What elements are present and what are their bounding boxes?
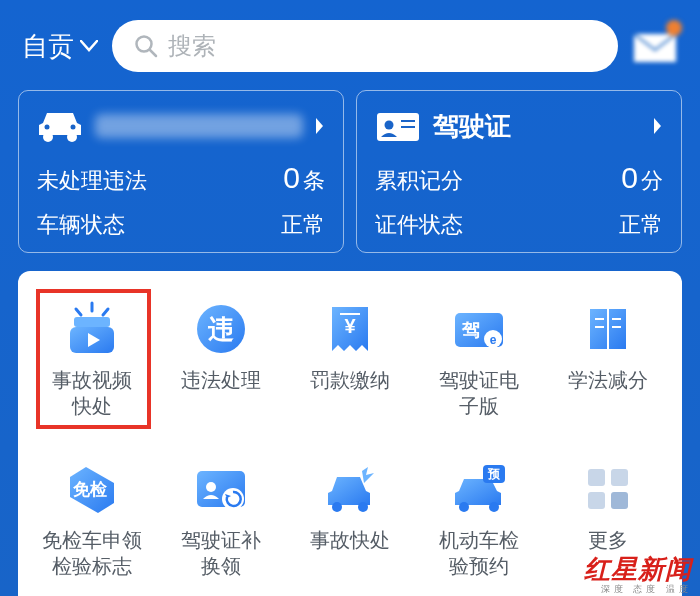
search-icon bbox=[134, 34, 158, 58]
service-inspection-appt[interactable]: 预机动车检验预约 bbox=[414, 455, 543, 585]
search-input[interactable]: 搜索 bbox=[112, 20, 618, 72]
service-violation-handle[interactable]: 违违法处理 bbox=[157, 295, 286, 425]
svg-point-34 bbox=[459, 502, 469, 512]
service-label: 更多 bbox=[588, 527, 628, 553]
notification-dot bbox=[666, 20, 682, 36]
svg-point-32 bbox=[332, 502, 342, 512]
svg-point-4 bbox=[45, 125, 50, 130]
pending-violation-value: 0条 bbox=[283, 161, 325, 196]
svg-text:¥: ¥ bbox=[344, 315, 356, 337]
points-value: 0分 bbox=[621, 161, 663, 196]
svg-rect-38 bbox=[588, 469, 605, 486]
svg-rect-13 bbox=[74, 317, 110, 327]
vehicle-status-label: 车辆状态 bbox=[37, 210, 125, 240]
vehicle-card[interactable]: 未处理违法 0条 车辆状态 正常 bbox=[18, 90, 344, 253]
service-accident-quick[interactable]: 事故快处 bbox=[286, 455, 415, 585]
svg-point-30 bbox=[206, 482, 216, 492]
license-title: 驾驶证 bbox=[433, 109, 641, 144]
svg-point-5 bbox=[71, 125, 76, 130]
pending-violation-label: 未处理违法 bbox=[37, 166, 147, 196]
services-panel: 事故视频快处违违法处理¥罚款缴纳驾e驾驶证电子版学法减分免检免检车申领检验标志驾… bbox=[18, 271, 682, 596]
chevron-down-icon bbox=[80, 40, 98, 52]
svg-rect-41 bbox=[611, 492, 628, 509]
service-study-deduct[interactable]: 学法减分 bbox=[543, 295, 672, 425]
service-exempt-inspection[interactable]: 免检免检车申领检验标志 bbox=[28, 455, 157, 585]
location-picker[interactable]: 自贡 bbox=[22, 29, 98, 64]
inspection-appt-icon: 预 bbox=[451, 461, 507, 517]
messages-button[interactable] bbox=[632, 26, 678, 66]
car-icon bbox=[37, 109, 83, 143]
exempt-inspection-icon: 免检 bbox=[64, 461, 120, 517]
svg-line-12 bbox=[103, 309, 108, 315]
service-label: 罚款缴纳 bbox=[310, 367, 390, 393]
vehicle-status-value: 正常 bbox=[281, 210, 325, 240]
service-label: 事故快处 bbox=[310, 527, 390, 553]
chevron-right-icon bbox=[315, 117, 325, 135]
service-label: 违法处理 bbox=[181, 367, 261, 393]
svg-text:预: 预 bbox=[487, 467, 501, 481]
more-icon bbox=[580, 461, 636, 517]
service-label: 机动车检验预约 bbox=[439, 527, 519, 579]
accident-video-icon bbox=[64, 301, 120, 357]
service-license-reissue[interactable]: 驾驶证补换领 bbox=[157, 455, 286, 585]
service-label: 免检车申领检验标志 bbox=[42, 527, 142, 579]
accident-quick-icon bbox=[322, 461, 378, 517]
svg-rect-14 bbox=[70, 327, 114, 353]
vehicle-plate-blurred bbox=[95, 114, 303, 138]
license-status-label: 证件状态 bbox=[375, 210, 463, 240]
location-label: 自贡 bbox=[22, 29, 74, 64]
svg-rect-40 bbox=[588, 492, 605, 509]
svg-point-35 bbox=[489, 502, 499, 512]
svg-line-1 bbox=[150, 50, 156, 56]
svg-text:e: e bbox=[489, 333, 496, 347]
license-status-value: 正常 bbox=[619, 210, 663, 240]
svg-text:违: 违 bbox=[207, 314, 234, 344]
svg-text:驾: 驾 bbox=[461, 320, 480, 340]
points-label: 累积记分 bbox=[375, 166, 463, 196]
service-label: 驾驶证电子版 bbox=[439, 367, 519, 419]
svg-text:免检: 免检 bbox=[72, 480, 108, 499]
fine-payment-icon: ¥ bbox=[322, 301, 378, 357]
svg-rect-39 bbox=[611, 469, 628, 486]
service-accident-video[interactable]: 事故视频快处 bbox=[28, 295, 157, 425]
svg-point-7 bbox=[385, 121, 394, 130]
id-card-icon bbox=[375, 109, 421, 143]
service-fine-payment[interactable]: ¥罚款缴纳 bbox=[286, 295, 415, 425]
search-placeholder: 搜索 bbox=[168, 30, 216, 62]
service-label: 学法减分 bbox=[568, 367, 648, 393]
service-label: 驾驶证补换领 bbox=[181, 527, 261, 579]
chevron-right-icon bbox=[653, 117, 663, 135]
license-digital-icon: 驾e bbox=[451, 301, 507, 357]
license-card[interactable]: 驾驶证 累积记分 0分 证件状态 正常 bbox=[356, 90, 682, 253]
license-reissue-icon bbox=[193, 461, 249, 517]
violation-handle-icon: 违 bbox=[193, 301, 249, 357]
svg-point-2 bbox=[43, 132, 53, 142]
study-deduct-icon bbox=[580, 301, 636, 357]
svg-point-3 bbox=[67, 132, 77, 142]
svg-line-11 bbox=[76, 309, 81, 315]
svg-point-33 bbox=[358, 502, 368, 512]
service-license-digital[interactable]: 驾e驾驶证电子版 bbox=[414, 295, 543, 425]
watermark: 红星新闻 深度 态度 温度 bbox=[584, 552, 692, 596]
service-label: 事故视频快处 bbox=[52, 367, 132, 419]
